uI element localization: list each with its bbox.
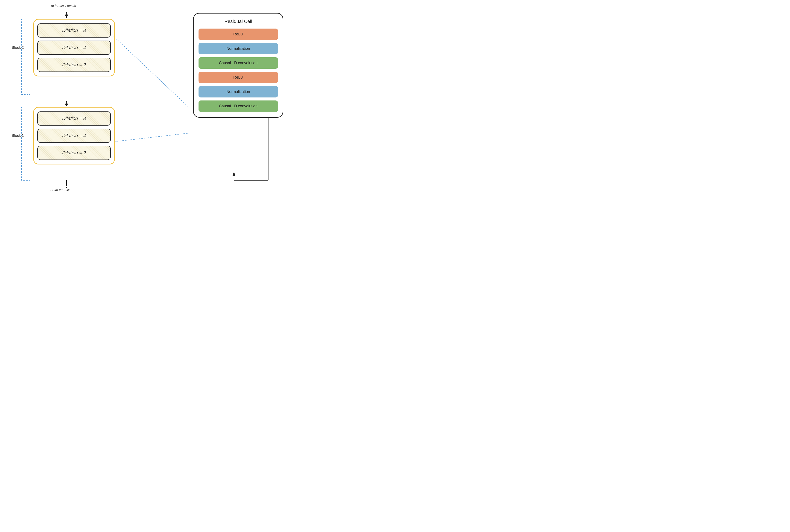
- block1-dilation2: Dilation = 2: [37, 146, 111, 160]
- block2-dilation8: Dilation = 8: [37, 23, 111, 38]
- residual-conv1: Causal 1D convolution: [198, 57, 278, 69]
- block1-dilation4: Dilation = 4: [37, 129, 111, 143]
- block2-dilation4: Dilation = 4: [37, 41, 111, 55]
- to-forecast-label: To forecast heads: [51, 4, 76, 7]
- from-premix-label: From pre-mix: [51, 188, 70, 191]
- block1-label-text: Block 1: [12, 134, 24, 138]
- block2-label: Block 2 –: [12, 45, 27, 50]
- diagram-container: To forecast heads Block 2 – Dilation = 8…: [0, 0, 296, 200]
- svg-line-6: [114, 133, 189, 142]
- block2-dilation2: Dilation = 2: [37, 58, 111, 72]
- block1-label: Block 1 –: [12, 134, 27, 138]
- residual-cell-title: Residual Cell: [198, 19, 278, 24]
- residual-cell: Residual Cell ReLU Normalization Causal …: [193, 13, 283, 118]
- block1-cells: Dilation = 8 Dilation = 4 Dilation = 2: [33, 107, 115, 165]
- block2-label-text: Block 2: [12, 45, 24, 50]
- residual-norm1: Normalization: [198, 43, 278, 54]
- block1-dilation8: Dilation = 8: [37, 111, 111, 126]
- block2-wrapper: Block 2 – Dilation = 8 Dilation = 4 Dila…: [33, 19, 115, 76]
- residual-relu2: ReLU: [198, 72, 278, 83]
- block2-cells: Dilation = 8 Dilation = 4 Dilation = 2: [33, 19, 115, 76]
- residual-conv2: Causal 1D convolution: [198, 100, 278, 112]
- residual-norm2: Normalization: [198, 86, 278, 97]
- svg-line-5: [114, 37, 189, 107]
- block1-wrapper: Block 1 – Dilation = 8 Dilation = 4 Dila…: [33, 107, 115, 165]
- residual-relu1: ReLU: [198, 28, 278, 40]
